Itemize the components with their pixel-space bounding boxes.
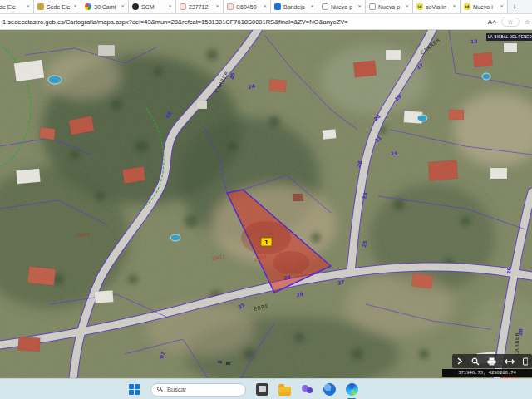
catastro-favicon-icon (37, 3, 44, 10)
house-number: 25 (361, 240, 367, 248)
search-icon (157, 387, 163, 392)
parcel-marker[interactable]: 1 (261, 238, 272, 246)
edge-browser-icon[interactable] (346, 383, 358, 396)
house-number: 29 (296, 291, 303, 298)
more-tools-icon[interactable] (523, 357, 528, 366)
tab-label: 237712 (189, 4, 213, 10)
map-toolbar (452, 354, 532, 368)
tab-sede-catastro-0[interactable]: de Ele × (0, 0, 34, 13)
mail-icon (369, 3, 376, 10)
close-tab-icon[interactable]: × (168, 3, 172, 10)
tab-label: Nuevo i (473, 4, 497, 10)
collections-icon[interactable]: ☆ (525, 18, 530, 26)
tab-idealista-2[interactable]: id Nuevo i × (461, 0, 508, 13)
close-tab-icon[interactable]: × (215, 3, 219, 10)
parcel-marker-label: 1 (264, 239, 268, 246)
task-view-icon[interactable] (256, 383, 268, 396)
tab-label: soVia in (426, 4, 450, 10)
print-map-icon[interactable] (487, 357, 496, 366)
taskbar-search[interactable]: Buscar (150, 383, 246, 397)
tab-sede-catastro-1[interactable]: Sede Ele × (34, 0, 81, 13)
tab-label: Sede Ele (47, 4, 71, 10)
tab-label: de Ele (0, 4, 23, 10)
tab-new-message-1[interactable]: Nueva p × (318, 0, 366, 13)
close-tab-icon[interactable]: × (452, 3, 456, 10)
street-name-carrer: CARRER (514, 332, 520, 356)
house-number: 15 (391, 150, 397, 156)
tab-label: Nueva p (378, 4, 402, 10)
read-aloud-icon[interactable]: A˄ (487, 18, 495, 26)
search-placeholder: Buscar (167, 386, 186, 393)
tab-outlook-inbox[interactable]: Bandeja × (271, 0, 318, 13)
house-number: 26 (505, 267, 512, 274)
tab-pdf-2[interactable]: C60450 × (224, 0, 271, 13)
house-number: 18 (470, 38, 477, 44)
people-icon[interactable] (301, 383, 313, 396)
scm-favicon-icon (132, 3, 139, 10)
region-label: LA-BISBAL DEL PENED (486, 33, 532, 41)
close-tab-icon[interactable]: × (500, 3, 504, 10)
zoom-search-icon[interactable] (471, 357, 480, 366)
cadastral-map[interactable]: 48 45 24 17 19 24 21 26 23 25 27 29 28 3… (0, 30, 532, 378)
maps-pin-icon (85, 3, 91, 10)
tab-label: Bandeja (283, 4, 308, 10)
pdf-icon (227, 3, 234, 10)
tab-maps[interactable]: 30 Cami × (81, 0, 129, 13)
tab-label: Nueva p (331, 4, 355, 10)
tab-new-message-2[interactable]: Nueva p × (366, 0, 413, 13)
close-tab-icon[interactable]: × (26, 3, 30, 10)
file-explorer-icon[interactable] (278, 387, 291, 396)
close-tab-icon[interactable]: × (405, 3, 409, 10)
tab-label: C60450 (236, 4, 260, 10)
pdf-icon (180, 3, 186, 10)
browser-tab-strip: de Ele × Sede Ele × 30 Cami × SCM × 2377… (0, 0, 532, 14)
close-tab-icon[interactable]: × (310, 3, 314, 10)
close-tab-icon[interactable]: × (121, 3, 125, 10)
house-number: 28 (283, 274, 291, 281)
idealista-icon: id (464, 3, 470, 10)
idealista-icon: id (416, 3, 423, 10)
tab-scm[interactable]: SCM × (129, 0, 176, 13)
house-number: 24 (248, 83, 255, 90)
satellite-map[interactable]: 48 45 24 17 19 24 21 26 23 25 27 29 28 3… (0, 30, 532, 378)
map-coordinates: 371946.73, 4298206.74 (442, 369, 532, 377)
windows-taskbar: Buscar (0, 378, 532, 399)
expand-toolbar-icon[interactable] (456, 357, 463, 365)
tab-label: 30 Cami (94, 4, 118, 10)
address-bar[interactable]: 1.sedecatastro.gob.es/Cartografia/mapa.a… (0, 18, 487, 26)
close-tab-icon[interactable]: × (357, 3, 362, 10)
start-button[interactable] (129, 384, 140, 396)
new-tab-button[interactable]: + (508, 0, 521, 13)
tab-label: SCM (141, 4, 165, 10)
measure-icon[interactable] (505, 358, 515, 365)
favorite-star-icon[interactable]: ☆ (501, 17, 520, 27)
tab-idealista-1[interactable]: id soVia in × (413, 0, 461, 13)
close-tab-icon[interactable]: × (73, 3, 77, 10)
photo-noise (0, 30, 532, 378)
screen: de Ele × Sede Ele × 30 Cami × SCM × 2377… (0, 0, 532, 399)
outlook-icon (274, 3, 281, 10)
browser-toolbar: 1.sedecatastro.gob.es/Cartografia/mapa.a… (0, 14, 532, 30)
tab-pdf-1[interactable]: 237712 × (176, 0, 224, 13)
mail-icon (322, 3, 328, 10)
outlook-icon[interactable] (323, 383, 336, 396)
close-tab-icon[interactable]: × (263, 3, 267, 10)
